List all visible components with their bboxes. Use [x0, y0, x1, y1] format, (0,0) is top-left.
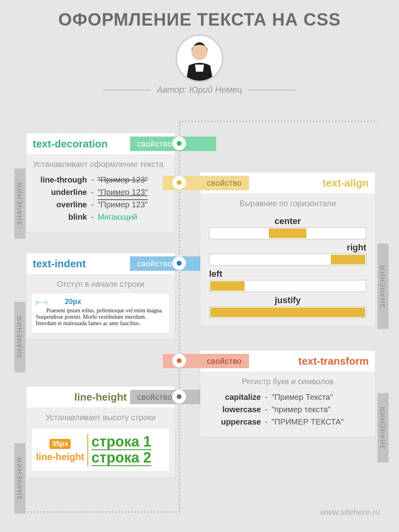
card-text-indent: text-indent свойство Отступ в начале стр… [26, 253, 175, 339]
timeline-top [179, 121, 378, 122]
value-example: "Пример 123" [98, 200, 148, 209]
value-name: lowercase [206, 405, 261, 414]
value-name: underline [27, 188, 87, 197]
values-label: ЗНАЧЕНИЯ [377, 393, 389, 463]
value-example: "Пример 123" [98, 175, 148, 185]
value-name: overline [27, 200, 87, 209]
value-example: "Пример 123" [98, 188, 148, 197]
node-dot [172, 176, 186, 189]
value-name: capitalize [206, 393, 261, 402]
node-dot [172, 390, 186, 403]
page-title: ОФОРМЛЕНИЕ ТЕКСТА НА CSS [0, 0, 399, 30]
property-desc: Устанавливает оформление текста [26, 154, 175, 172]
author-name: Юрий Немец [189, 85, 242, 95]
value-name: line-through [27, 175, 87, 185]
align-bar-right [209, 254, 366, 266]
value-example: "Пример Текста" [272, 393, 333, 402]
card-text-decoration: text-decoration свойство Устанавливает о… [26, 133, 175, 232]
align-bar-left [209, 280, 366, 292]
sample-line-2: строка 2 [91, 450, 151, 466]
watermark: www.sitehere.ru [320, 507, 380, 517]
sample-line-1: строка 1 [91, 434, 151, 450]
property-desc: Регистр букв и символов [200, 371, 375, 389]
values-label: ЗНАЧЕНИЯ [14, 169, 26, 239]
timeline-bottom [21, 511, 180, 513]
value-name: blink [27, 212, 87, 222]
value-name: uppercase [206, 417, 261, 427]
value-name: right [209, 242, 366, 253]
node-dot [172, 137, 186, 150]
author-prefix: Автор: [157, 85, 187, 95]
property-desc: Устанавливает высоту строки [26, 407, 175, 425]
line-height-label: line-height [36, 451, 84, 462]
property-desc: Отступ в начале строки [26, 274, 175, 292]
card-line-height: line-height свойство Устанавливает высот… [26, 387, 175, 477]
align-bar-justify [209, 306, 366, 318]
values-label: ЗНАЧЕНИЯ [14, 302, 26, 372]
card-text-align: свойство text-align Выравние по горизонт… [200, 173, 375, 326]
author-line: Автор: Юрий Немец [0, 85, 399, 95]
value-name: justify [209, 295, 366, 306]
divider [248, 89, 296, 91]
values-label: ЗНАЧЕНИЯ [377, 244, 389, 329]
value-example: Мигающий [98, 212, 138, 222]
values-label: ЗНАЧЕНИЯ [14, 443, 26, 514]
value-name: center [209, 216, 366, 226]
align-bar-center [209, 227, 366, 239]
avatar [176, 34, 223, 82]
value-example: "пример текста" [272, 405, 331, 414]
sample-paragraph: Praesent ipsum tellus, pellentesque vel … [36, 308, 165, 327]
svg-point-1 [192, 44, 207, 60]
value-example: "ПРИМЕР ТЕКСТА" [272, 417, 344, 427]
line-height-illustration: 35px line-height строка 1 строка 2 [32, 429, 169, 471]
indent-value: 20px [65, 298, 81, 306]
node-dot [172, 256, 186, 270]
card-text-transform: свойство text-transform Регистр букв и с… [200, 351, 375, 437]
value-name: left [209, 269, 366, 279]
node-dot [172, 354, 186, 367]
indent-illustration: |‹—›| 20px Praesent ipsum tellus, pellen… [32, 294, 169, 332]
divider [103, 89, 151, 91]
line-height-value: 35px [49, 439, 71, 449]
property-desc: Выравние по горизонтали [200, 193, 375, 211]
